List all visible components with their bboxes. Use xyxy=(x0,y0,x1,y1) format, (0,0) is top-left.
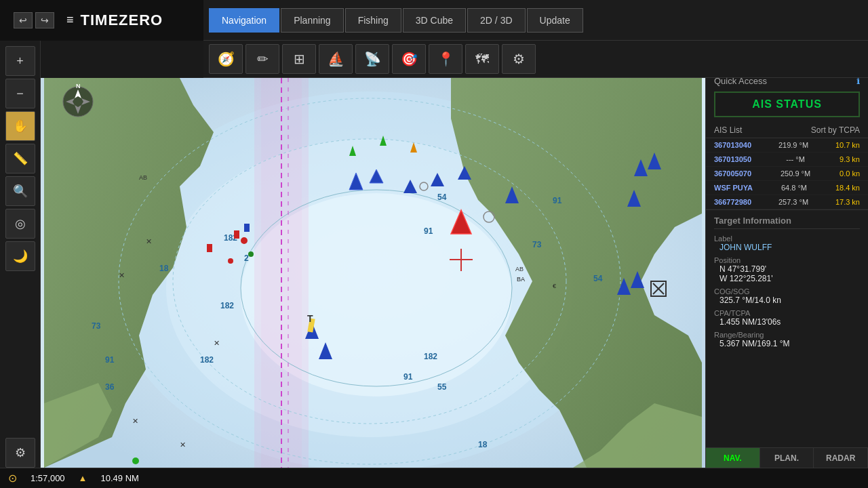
svg-rect-48 xyxy=(207,244,212,252)
pin-tool-btn[interactable]: 📍 xyxy=(429,44,462,74)
sidebar-pan[interactable]: ✋ xyxy=(5,111,35,141)
ais-speed-4: 17.3 kn xyxy=(835,198,860,206)
cogsog-value: 325.7 °M/14.0 kn xyxy=(714,296,860,305)
route-tool-btn[interactable]: 🗺 xyxy=(465,44,499,74)
sidebar-night[interactable]: 🌙 xyxy=(5,241,35,271)
svg-rect-40 xyxy=(307,318,315,332)
svg-marker-28 xyxy=(431,173,444,186)
track-tool-btn[interactable]: 🎯 xyxy=(392,44,426,74)
edit-tool-btn[interactable]: ✏ xyxy=(245,44,279,74)
tab-2d3d[interactable]: 2D / 3D xyxy=(467,8,525,33)
ais-row[interactable]: WSF PUYA 64.8 °M 18.4 kn xyxy=(706,181,868,195)
svg-text:AB: AB xyxy=(515,266,524,272)
map-area[interactable]: 36 91 73 182 91 182 55 182 2 18 18 91 54… xyxy=(41,78,705,468)
scale-value: 1:57,000 xyxy=(31,473,65,483)
svg-marker-34 xyxy=(305,322,319,339)
svg-text:36: 36 xyxy=(105,382,115,392)
svg-text:✕: ✕ xyxy=(180,441,186,449)
ais-row[interactable]: 367013040 219.9 °M 10.7 kn xyxy=(706,138,868,152)
tab-fishing[interactable]: Fishing xyxy=(345,8,401,33)
tab-3dcube[interactable]: 3D Cube xyxy=(403,8,466,33)
redo-button[interactable]: ↪ xyxy=(35,12,54,28)
ais-row[interactable]: 367005070 250.9 °M 0.0 kn xyxy=(706,167,868,181)
svg-text:182: 182 xyxy=(424,352,437,361)
tab-radar[interactable]: RADAR xyxy=(814,448,868,468)
svg-text:91: 91 xyxy=(105,355,115,365)
svg-point-54 xyxy=(63,87,93,117)
sidebar-zoom-out[interactable]: − xyxy=(5,79,35,108)
svg-text:N: N xyxy=(76,83,81,89)
svg-point-2 xyxy=(166,139,573,437)
svg-marker-35 xyxy=(319,342,332,359)
compass-indicator: ▲ xyxy=(79,473,87,483)
ais-bearing-4: 257.3 °M xyxy=(778,198,808,206)
undo-button[interactable]: ↩ xyxy=(14,12,33,28)
position-lon: W 122°25.281' xyxy=(714,274,860,283)
svg-text:BA: BA xyxy=(517,276,525,283)
svg-marker-27 xyxy=(403,180,417,193)
ais-speed-1: 9.3 kn xyxy=(840,155,860,163)
sidebar-layer[interactable]: ◎ xyxy=(5,209,35,239)
svg-text:91: 91 xyxy=(403,372,413,382)
tab-update[interactable]: Update xyxy=(527,8,583,33)
svg-rect-47 xyxy=(244,224,250,232)
svg-text:182: 182 xyxy=(200,355,214,365)
right-panel: 7/15/2016 + ✕ Quick Access ℹ AIS STATUS … xyxy=(705,41,868,468)
compass-tool-btn[interactable]: 🧭 xyxy=(209,44,243,74)
target-info-header: Target Information xyxy=(714,216,860,229)
tab-plan[interactable]: PLAN. xyxy=(760,448,814,468)
svg-point-74 xyxy=(420,182,428,190)
svg-text:18: 18 xyxy=(159,264,169,273)
ais-list-label: AIS List xyxy=(714,125,742,135)
svg-rect-0 xyxy=(44,78,702,468)
svg-marker-56 xyxy=(75,105,81,114)
ais-id-2: 367005070 xyxy=(714,169,751,178)
map-canvas: 36 91 73 182 91 182 55 182 2 18 18 91 54… xyxy=(41,78,705,468)
ais-status-button[interactable]: AIS STATUS xyxy=(714,92,860,117)
svg-marker-71 xyxy=(410,142,417,152)
tab-nav[interactable]: NAV. xyxy=(706,448,760,468)
sidebar-measure[interactable]: 📏 xyxy=(5,144,35,174)
svg-marker-36 xyxy=(617,278,631,295)
hamburger-menu[interactable]: ≡ xyxy=(66,13,74,27)
svg-line-52 xyxy=(653,283,664,294)
sort-label[interactable]: Sort by TCPA xyxy=(811,125,860,135)
svg-text:✕: ✕ xyxy=(132,417,138,425)
scale-icon: ⊙ xyxy=(8,472,17,485)
svg-point-5 xyxy=(173,139,566,424)
nav-tabs: Navigation Planning Fishing 3D Cube 2D /… xyxy=(203,0,583,41)
svg-text:91: 91 xyxy=(424,226,433,236)
map-svg-overlay: 36 91 73 182 91 182 55 182 2 18 18 91 54… xyxy=(41,78,705,468)
radar-tool-btn[interactable]: 📡 xyxy=(355,44,389,74)
sidebar-zoom-in[interactable]: + xyxy=(5,46,35,76)
svg-point-42 xyxy=(241,237,248,244)
settings-tool-btn[interactable]: ⚙ xyxy=(502,44,536,74)
svg-text:91: 91 xyxy=(553,196,562,205)
ais-bearing-1: --- °M xyxy=(786,155,805,163)
ais-row[interactable]: 367013050 --- °M 9.3 kn xyxy=(706,152,868,167)
ais-list-header: AIS List Sort by TCPA xyxy=(706,123,868,138)
svg-text:€: € xyxy=(553,283,556,289)
tab-planning[interactable]: Planning xyxy=(281,8,344,33)
svg-point-45 xyxy=(132,458,139,464)
svg-point-6 xyxy=(241,190,512,386)
vessel-tool-btn[interactable]: ⛵ xyxy=(319,44,353,74)
ais-id-0: 367013040 xyxy=(714,141,751,149)
tab-navigation[interactable]: Navigation xyxy=(209,8,279,33)
svg-marker-55 xyxy=(75,89,81,98)
ais-row[interactable]: 366772980 257.3 °M 17.3 kn xyxy=(706,195,868,209)
svg-text:✕: ✕ xyxy=(146,237,152,245)
sidebar-search[interactable]: 🔍 xyxy=(5,176,35,206)
ais-speed-3: 18.4 kn xyxy=(835,184,860,192)
svg-text:73: 73 xyxy=(532,240,542,249)
svg-point-43 xyxy=(248,251,254,257)
svg-marker-58 xyxy=(81,98,90,105)
svg-text:AB: AB xyxy=(139,174,147,181)
toolbar: 🧭 ✏ ⊞ ⛵ 📡 🎯 📍 🗺 ⚙ xyxy=(203,41,868,78)
grid-tool-btn[interactable]: ⊞ xyxy=(282,44,316,74)
svg-marker-72 xyxy=(380,136,387,146)
svg-text:✕: ✕ xyxy=(119,271,125,279)
sidebar-gear[interactable]: ⚙ xyxy=(5,438,35,468)
svg-marker-29 xyxy=(458,166,471,180)
svg-point-4 xyxy=(119,98,620,464)
